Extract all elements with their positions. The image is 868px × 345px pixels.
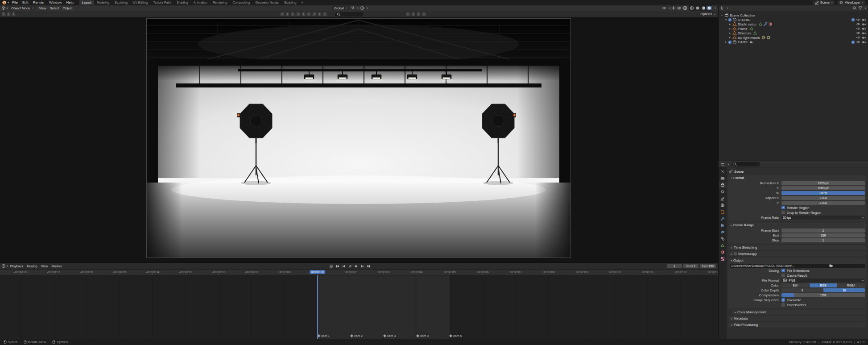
auto-keying-toggle[interactable] — [328, 264, 334, 269]
menu-help[interactable]: Help — [64, 0, 75, 4]
panel-header-format[interactable]: ▾Format⋮⋮ — [730, 175, 865, 180]
eye-icon[interactable] — [856, 22, 860, 26]
tool-option-icon[interactable] — [417, 12, 421, 16]
tool-option-icon[interactable] — [406, 12, 410, 16]
show-gizmo-icon[interactable] — [671, 6, 676, 10]
number-field-step[interactable]: 1 — [781, 238, 865, 242]
tool-option-icon[interactable] — [411, 12, 415, 16]
number-field-aspect-x[interactable]: 1.000 — [781, 196, 865, 200]
chevron-down-icon[interactable]: ▾ — [865, 7, 866, 9]
folder-icon[interactable] — [798, 264, 864, 268]
search-icon[interactable] — [852, 6, 857, 10]
outliner-row-frame[interactable]: ▸Frame — [720, 26, 868, 31]
menu-window[interactable]: Window — [47, 0, 64, 4]
panel-collapsed-post-processing[interactable]: ▸Post Processing — [728, 322, 866, 327]
current-frame-indicator[interactable]: 00:00+01 — [310, 270, 325, 274]
tool-option-icon[interactable] — [2, 12, 6, 16]
disclosure-closed-icon[interactable]: ▸ — [728, 23, 732, 25]
workspace-tab-geometry-nodes[interactable]: Geometry Nodes — [252, 0, 281, 5]
properties-tab-physics[interactable] — [719, 229, 727, 235]
menu-edit[interactable]: Edit — [20, 0, 31, 4]
shading-rendered-icon[interactable] — [707, 6, 712, 10]
disclosure-closed-icon[interactable]: ▸ — [728, 32, 732, 34]
outliner-row-studio[interactable]: ▾STUDIO — [720, 17, 868, 22]
menu-render[interactable]: Render — [31, 0, 47, 4]
tool-option-icon[interactable] — [7, 12, 11, 16]
camera-toggle-icon[interactable] — [862, 22, 866, 26]
disclosure-open-icon[interactable]: ▾ — [724, 18, 727, 21]
workspace-tab-layout[interactable]: Layout — [79, 0, 94, 5]
checkbox-placeholders[interactable] — [781, 303, 785, 307]
timeline-marker-cam-5[interactable]: cam 5 — [450, 334, 462, 337]
number-field-end[interactable]: 150 — [781, 233, 865, 237]
segment-rgb[interactable]: RGB — [810, 283, 838, 287]
eye-icon[interactable] — [856, 17, 860, 22]
tool-option-icon[interactable] — [285, 12, 289, 16]
tool-options-dropdown[interactable]: Options ▾ — [700, 11, 715, 17]
exclude-collection-checkbox[interactable] — [851, 18, 855, 21]
disclosure-open-icon[interactable]: ▾ — [720, 14, 723, 17]
timeline-ruler[interactable]: 00:00+01 -00:00:08-00:00:07-00:00:06-00:… — [0, 270, 718, 275]
outliner-row-studio-setup[interactable]: ▸Studio setup — [720, 22, 868, 26]
3d-viewport[interactable] — [0, 17, 718, 262]
number-field-y[interactable]: 1.000 — [781, 201, 865, 205]
chevron-down-icon[interactable]: ▾ — [715, 7, 716, 9]
properties-tab-tool[interactable] — [719, 169, 727, 175]
timeline-menu-view[interactable]: View — [39, 264, 50, 268]
object-type-visibility-icon[interactable] — [662, 6, 666, 10]
tool-option-icon[interactable] — [312, 12, 316, 16]
workspace-tab-compositing[interactable]: Compositing — [230, 0, 252, 5]
slider-field-compression[interactable]: 15% — [781, 293, 865, 297]
tool-option-icon[interactable] — [302, 12, 306, 16]
editor-type-properties-icon[interactable] — [720, 162, 725, 166]
camera-view-render[interactable] — [146, 18, 571, 258]
timeline-menu-keying[interactable]: Keying — [25, 264, 39, 268]
slider-field-x[interactable]: 100% — [781, 191, 865, 195]
eye-icon[interactable] — [856, 40, 860, 44]
workspace-tab-sculpting[interactable]: Sculpting — [112, 0, 130, 5]
filter-icon[interactable] — [858, 6, 863, 10]
tool-option-icon[interactable] — [280, 12, 284, 16]
play-button[interactable] — [353, 264, 359, 269]
checkbox-file-extensions[interactable] — [781, 269, 785, 272]
workspace-tab-texture-paint[interactable]: Texture Paint — [150, 0, 174, 5]
viewport-menu-object[interactable]: Object — [61, 6, 74, 10]
workspace-tab-shading[interactable]: Shading — [174, 0, 191, 5]
collection-checkbox[interactable] — [728, 41, 732, 44]
properties-tab-modifiers[interactable] — [719, 216, 727, 222]
properties-tab-texture[interactable] — [719, 256, 727, 262]
camera-toggle-icon[interactable] — [862, 26, 866, 31]
panel-collapsed-metadata[interactable]: ▸Metadata — [728, 316, 866, 321]
workspace-tab-uv-editing[interactable]: UV Editing — [130, 0, 150, 5]
chevron-down-icon[interactable]: ▾ — [367, 7, 368, 9]
camera-toggle-icon[interactable] — [862, 17, 866, 22]
timeline-tracks[interactable]: cam 1cam 2cam 3cam 4cam 5 — [0, 275, 718, 339]
view-layer-selector[interactable]: ViewLayer × — [837, 0, 865, 5]
properties-tab-object[interactable] — [719, 209, 727, 215]
shading-material-icon[interactable] — [701, 6, 706, 10]
panel-header-output[interactable]: ▾Output⋮⋮ — [730, 258, 865, 263]
properties-tab-world[interactable] — [719, 202, 727, 208]
timeline-marker-cam-2[interactable]: cam 2 — [351, 334, 363, 337]
outliner-row-top-light-mount[interactable]: ▸top light mount — [720, 35, 868, 40]
number-field-y[interactable]: 1080 px — [781, 186, 865, 190]
checkbox-cache-result[interactable] — [781, 274, 785, 277]
unlink-scene-icon[interactable]: × — [831, 1, 833, 4]
blender-logo-icon[interactable] — [2, 0, 7, 5]
shading-solid-icon[interactable] — [695, 6, 700, 10]
eye-icon[interactable] — [856, 35, 860, 40]
snap-magnet-icon[interactable] — [351, 6, 355, 10]
editor-type-3d-viewport-icon[interactable] — [1, 6, 6, 10]
transform-orientation-dropdown[interactable]: Global ▾ — [332, 6, 349, 10]
viewport-menu-view[interactable]: View — [37, 6, 48, 10]
chevron-down-icon[interactable]: ▾ — [669, 7, 670, 9]
outliner-row-cams[interactable]: ▸CAMS — [720, 40, 868, 44]
panel-header-frame-range[interactable]: ▾Frame Range⋮⋮ — [730, 223, 865, 228]
panel-collapsed-stereoscopy[interactable]: ▸Stereoscopy — [728, 251, 866, 256]
tool-option-icon[interactable] — [296, 12, 300, 16]
menu-file[interactable]: File — [10, 0, 20, 4]
disclosure-closed-icon[interactable]: ▸ — [724, 41, 727, 43]
disclosure-closed-icon[interactable]: ▸ — [728, 27, 732, 30]
shading-wireframe-icon[interactable] — [689, 6, 694, 10]
segment-rgba[interactable]: RGBA — [837, 283, 865, 287]
